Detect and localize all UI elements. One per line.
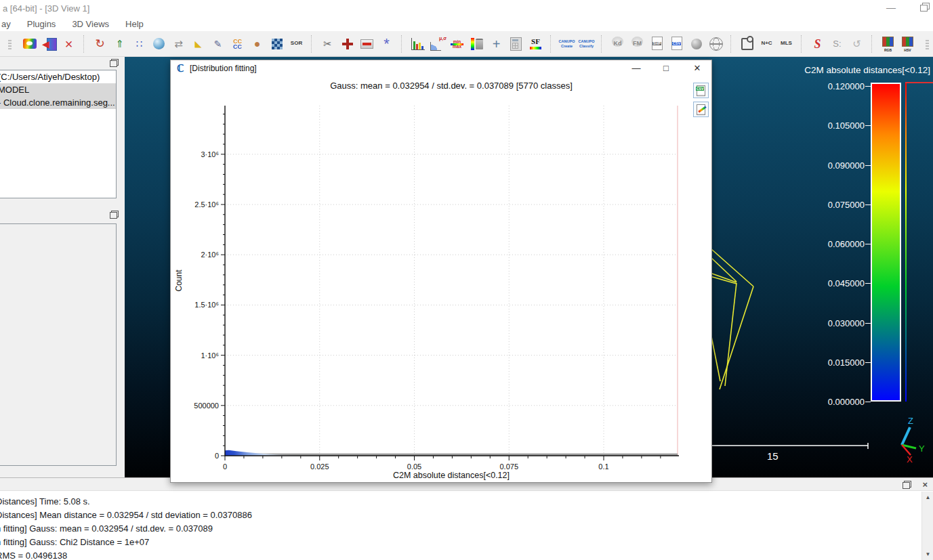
toolbar-separator <box>311 35 315 53</box>
histogram-chart: 05000001·10⁶1.5·10⁶2·10⁶2.5·10⁶3·10⁶00.0… <box>171 60 713 483</box>
float-panel-icon[interactable] <box>110 59 119 67</box>
fit-distribution-icon-label: μ,σ <box>439 36 447 41</box>
cloud-mesh-distance-icon[interactable]: ◣ <box>189 34 207 54</box>
sf-filter-minmax-icon[interactable]: min max <box>448 34 466 54</box>
animated-sheep-icon[interactable] <box>20 34 39 54</box>
hsv-filter-icon-label: HSV <box>904 49 911 52</box>
compute-octree-icon[interactable] <box>150 34 168 54</box>
color-scale-tick-label: 0.060000 <box>810 239 865 249</box>
dialog-close-button[interactable]: ✕ <box>687 63 707 74</box>
window-restore-icon[interactable] <box>920 3 930 12</box>
svg-text:500000: 500000 <box>194 402 219 410</box>
dialog-minimize-button[interactable]: — <box>626 63 646 74</box>
tree-item[interactable]: - Cloud.clone.remaining.seg... <box>0 96 116 109</box>
delete-icon[interactable]: × <box>60 34 78 54</box>
tree-item[interactable]: MODEL <box>0 83 116 96</box>
color-scale-tick-label: 0.015000 <box>810 358 865 368</box>
menu-item-plugins[interactable]: Plugins <box>19 19 64 29</box>
mls-smoothing-icon[interactable]: MLS <box>777 34 795 54</box>
x-tick-labels: 00.0250.050.0750.1 <box>223 462 609 471</box>
clipping-icon[interactable]: ✂ <box>318 34 337 54</box>
cross-section-icon[interactable] <box>358 34 376 54</box>
canupo-create-icon-label: CANUPO Create <box>559 39 575 48</box>
float-panel-icon[interactable] <box>110 211 119 219</box>
fit-distribution-icon[interactable]: μ,σ <box>428 34 447 54</box>
csv-export-icon[interactable]: CSV <box>667 34 686 54</box>
cylinder-tool-icon[interactable]: ↺ <box>848 34 866 54</box>
closest-point-set-icon[interactable]: CC CC <box>228 34 247 54</box>
svg-text:0.025: 0.025 <box>310 462 329 471</box>
color-scale-tick <box>865 125 871 126</box>
chart-axes <box>225 106 679 456</box>
normals-compute-icon[interactable]: N+C <box>758 34 776 54</box>
shp-export-icon[interactable]: SHP <box>648 34 666 54</box>
partial-right-icon[interactable] <box>918 34 933 54</box>
color-scale-tick-label: 0.075000 <box>810 200 865 210</box>
classification-icon-glyph: S: <box>833 39 841 48</box>
sphere-icon[interactable] <box>687 34 705 54</box>
export-image-button[interactable] <box>693 102 709 117</box>
z-axis-label: Z <box>908 416 913 426</box>
segment-icon[interactable]: * <box>377 34 396 54</box>
svg-text:0.075: 0.075 <box>499 462 518 471</box>
svg-text:0: 0 <box>223 462 227 471</box>
kd-tree-icon[interactable]: Kd <box>608 34 627 54</box>
poisson-recon-icon[interactable]: S <box>808 34 827 54</box>
cloud-cloud-distance-icon[interactable]: ⇄ <box>169 34 188 54</box>
plugins-icon[interactable] <box>738 34 756 54</box>
window-minimize-button[interactable]: — <box>881 3 901 14</box>
menu-bar: ayPlugins3D ViewsHelp <box>0 16 933 31</box>
scroll-up-icon[interactable]: ▲ <box>922 492 933 503</box>
sf-arithmetic-icon[interactable] <box>507 34 525 54</box>
facets-icon[interactable]: FM <box>628 34 646 54</box>
point-picking-icon[interactable]: ✎ <box>209 34 227 54</box>
partial-left-icon[interactable] <box>1 34 19 54</box>
color-scale-ramp <box>871 83 901 402</box>
point-picking-icon-glyph: ✎ <box>214 39 222 49</box>
pan-arrows-icon[interactable] <box>338 34 356 54</box>
add-sf-icon[interactable]: + <box>487 34 505 54</box>
toolbar-separator <box>401 35 405 53</box>
primitive-factory-icon[interactable]: ● <box>248 34 266 54</box>
globe-icon[interactable] <box>707 34 725 54</box>
show-histogram-icon[interactable] <box>409 34 427 54</box>
classification-icon[interactable]: S: <box>828 34 846 54</box>
export-csv-button[interactable]: CSV <box>693 83 709 98</box>
subsample-icon[interactable]: ∷ <box>130 34 148 54</box>
properties-panel <box>0 223 117 466</box>
dialog-maximize-button[interactable]: □ <box>656 63 676 74</box>
properties-panel-header <box>0 209 125 220</box>
dialog-titlebar[interactable]: ℂ [Distribution fitting] — □ ✕ <box>171 60 711 77</box>
hsv-filter-icon[interactable]: HSV <box>898 34 917 54</box>
console-close-icon[interactable]: × <box>922 479 928 490</box>
scale-bar-label: 15 <box>767 450 779 462</box>
checkerboard-icon[interactable] <box>268 34 286 54</box>
facets-icon-label: FM <box>633 41 642 47</box>
color-scales-manager-icon[interactable]: SF <box>526 34 545 54</box>
console-line: Distances] Mean distance = 0.032954 / st… <box>0 509 921 522</box>
canupo-classify-icon[interactable]: CANUPO Classify <box>577 34 596 54</box>
y-axis-title: Count <box>174 270 184 292</box>
delete-sf-icon[interactable] <box>468 34 486 54</box>
register-icon[interactable]: ↻ <box>91 34 109 54</box>
tree-item[interactable]: (C:/Users/Atiyeh/Desktop) <box>0 70 116 83</box>
quit-file-icon[interactable]: ◀ <box>40 34 58 54</box>
console-scrollbar[interactable]: ▲ ▼ <box>921 492 933 560</box>
menu-item-ay[interactable]: ay <box>0 19 19 29</box>
svg-text:0.05: 0.05 <box>407 462 421 471</box>
scroll-down-icon[interactable]: ▼ <box>922 548 933 560</box>
apply-transform-icon[interactable]: ⇑ <box>110 34 129 54</box>
rgb-filter-icon[interactable]: RGB <box>879 34 897 54</box>
float-panel-icon[interactable] <box>903 481 911 489</box>
axis-ticks <box>221 114 661 460</box>
toolbar-separator <box>730 35 734 53</box>
canupo-create-icon[interactable]: CANUPO Create <box>558 34 576 54</box>
menu-item-help[interactable]: Help <box>117 19 152 29</box>
sor-filter-icon[interactable]: SOR <box>287 34 306 54</box>
subsample-icon-glyph: ∷ <box>136 39 143 49</box>
menu-item-3d-views[interactable]: 3D Views <box>64 19 117 29</box>
svg-text:0.1: 0.1 <box>598 462 608 471</box>
color-scale-title: C2M absolute distances[<0.12] <box>804 65 930 75</box>
left-dock: (C:/Users/Atiyeh/Desktop)MODEL- Cloud.cl… <box>0 57 125 477</box>
bounding-box-wireframe <box>710 249 753 389</box>
